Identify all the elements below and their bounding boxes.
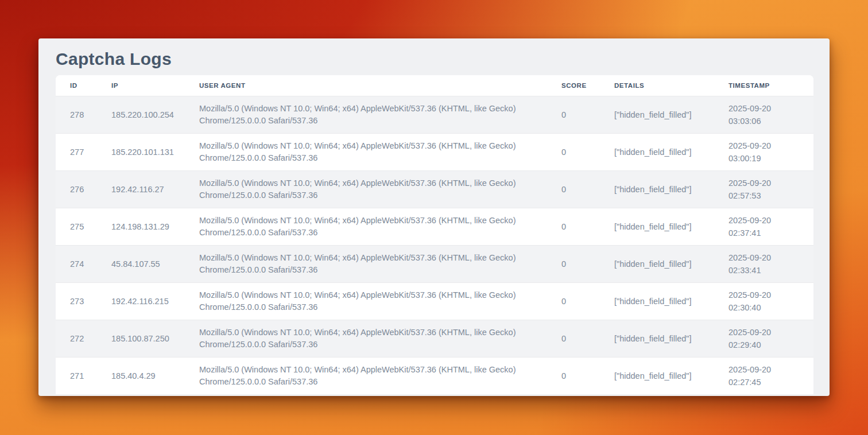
cell-score: 0 (547, 96, 600, 134)
cell-id: 275 (56, 208, 97, 246)
cell-score: 0 (547, 358, 600, 395)
cell-ua: Mozilla/5.0 (Windows NT 10.0; Win64; x64… (185, 320, 547, 358)
logs-table: IDIPUSER AGENTSCOREDETAILSTIMESTAMP 2781… (56, 75, 813, 394)
cell-ip: 185.220.101.131 (97, 134, 185, 171)
cell-ua: Mozilla/5.0 (Windows NT 10.0; Win64; x64… (185, 208, 547, 246)
captcha-logs-card: Captcha Logs IDIPUSER AGENTSCOREDETAILST… (38, 38, 830, 396)
cell-details: ["hidden_field_filled"] (600, 171, 714, 208)
cell-id: 274 (56, 246, 97, 283)
table-row: 276192.42.116.27Mozilla/5.0 (Windows NT … (56, 171, 813, 208)
table-row: 272185.100.87.250Mozilla/5.0 (Windows NT… (56, 320, 813, 358)
table-row: 275124.198.131.29Mozilla/5.0 (Windows NT… (56, 208, 813, 246)
cell-id: 277 (56, 134, 97, 171)
cell-details: ["hidden_field_filled"] (600, 246, 714, 283)
cell-id: 276 (56, 171, 97, 208)
cell-timestamp: 2025-09-20 02:57:53 (714, 171, 813, 208)
cell-ip: 185.220.100.254 (97, 96, 185, 134)
cell-details: ["hidden_field_filled"] (600, 320, 714, 358)
cell-details: ["hidden_field_filled"] (600, 96, 714, 134)
table-row: 278185.220.100.254Mozilla/5.0 (Windows N… (56, 96, 813, 134)
table-row: 271185.40.4.29Mozilla/5.0 (Windows NT 10… (56, 358, 813, 395)
column-header-score: SCORE (547, 75, 600, 96)
cell-timestamp: 2025-09-20 02:30:40 (714, 283, 813, 320)
cell-timestamp: 2025-09-20 02:29:40 (714, 320, 813, 358)
table-row: 273192.42.116.215Mozilla/5.0 (Windows NT… (56, 283, 813, 320)
column-header-details: DETAILS (600, 75, 714, 96)
table-row: 277185.220.101.131Mozilla/5.0 (Windows N… (56, 134, 813, 171)
cell-timestamp: 2025-09-20 03:03:06 (714, 96, 813, 134)
cell-details: ["hidden_field_filled"] (600, 134, 714, 171)
cell-ua: Mozilla/5.0 (Windows NT 10.0; Win64; x64… (185, 171, 547, 208)
cell-ip: 185.40.4.29 (97, 358, 185, 395)
cell-timestamp: 2025-09-20 03:00:19 (714, 134, 813, 171)
column-header-ip: IP (97, 75, 185, 96)
cell-details: ["hidden_field_filled"] (600, 283, 714, 320)
cell-details: ["hidden_field_filled"] (600, 358, 714, 395)
column-header-id: ID (56, 75, 97, 96)
page-background: Captcha Logs IDIPUSER AGENTSCOREDETAILST… (0, 0, 868, 435)
cell-ip: 192.42.116.27 (97, 171, 185, 208)
cell-score: 0 (547, 246, 600, 283)
cell-score: 0 (547, 283, 600, 320)
column-header-ua: USER AGENT (185, 75, 547, 96)
cell-ip: 192.42.116.215 (97, 283, 185, 320)
cell-id: 278 (56, 96, 97, 134)
cell-timestamp: 2025-09-20 02:27:45 (714, 358, 813, 395)
cell-id: 273 (56, 283, 97, 320)
cell-score: 0 (547, 208, 600, 246)
logs-table-container: IDIPUSER AGENTSCOREDETAILSTIMESTAMP 2781… (56, 75, 813, 394)
column-header-timestamp: TIMESTAMP (714, 75, 813, 96)
cell-score: 0 (547, 320, 600, 358)
cell-details: ["hidden_field_filled"] (600, 208, 714, 246)
cell-ip: 124.198.131.29 (97, 208, 185, 246)
cell-ua: Mozilla/5.0 (Windows NT 10.0; Win64; x64… (185, 134, 547, 171)
cell-ua: Mozilla/5.0 (Windows NT 10.0; Win64; x64… (185, 358, 547, 395)
cell-id: 272 (56, 320, 97, 358)
cell-ua: Mozilla/5.0 (Windows NT 10.0; Win64; x64… (185, 96, 547, 134)
cell-timestamp: 2025-09-20 02:33:41 (714, 246, 813, 283)
cell-ua: Mozilla/5.0 (Windows NT 10.0; Win64; x64… (185, 246, 547, 283)
cell-score: 0 (547, 134, 600, 171)
cell-score: 0 (547, 171, 600, 208)
table-header-row: IDIPUSER AGENTSCOREDETAILSTIMESTAMP (56, 75, 813, 96)
cell-timestamp: 2025-09-20 02:37:41 (714, 208, 813, 246)
page-title: Captcha Logs (56, 49, 830, 69)
cell-ip: 45.84.107.55 (97, 246, 185, 283)
cell-ua: Mozilla/5.0 (Windows NT 10.0; Win64; x64… (185, 283, 547, 320)
cell-ip: 185.100.87.250 (97, 320, 185, 358)
table-row: 27445.84.107.55Mozilla/5.0 (Windows NT 1… (56, 246, 813, 283)
cell-id: 271 (56, 358, 97, 395)
